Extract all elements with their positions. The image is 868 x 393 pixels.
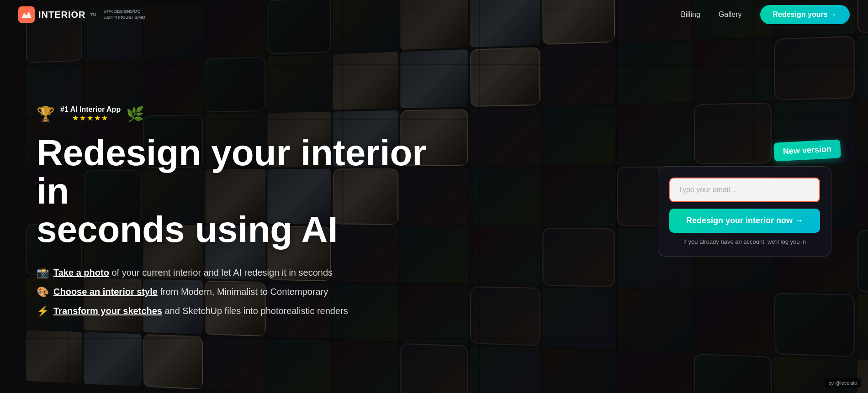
logo-trademark: TM	[90, 12, 96, 17]
feature-item-1: 📸 Take a photo of your current interior …	[37, 267, 448, 279]
hero-headline: Redesign your interior in seconds using …	[37, 134, 448, 249]
laurel-right: 🌿	[126, 105, 144, 123]
svg-rect-0	[18, 6, 35, 23]
navigation: INTERIOR TM 547K DESIGNS/MO 5.5M THROUGH…	[0, 0, 868, 29]
hero-right: New version Redesign your interior now →…	[658, 166, 831, 257]
award-title: #1 AI Interior App	[60, 105, 121, 114]
submit-button[interactable]: Redesign your interior now →	[669, 209, 820, 233]
logo-icon	[18, 6, 35, 23]
stars: ★★★★★	[60, 114, 121, 122]
email-form: Redesign your interior now → If you alre…	[658, 166, 831, 257]
feature-item-2: 🎨 Choose an interior style from Modern, …	[37, 286, 448, 298]
hero-features: 📸 Take a photo of your current interior …	[37, 267, 448, 317]
feature-text-2: from Modern, Minimalist to Contemporary	[158, 287, 328, 297]
hero-left: 🏆 #1 AI Interior App ★★★★★ 🌿 Redesign yo…	[37, 105, 448, 317]
logo-text: INTERIOR	[38, 10, 86, 20]
hero-section: 🏆 #1 AI Interior App ★★★★★ 🌿 Redesign yo…	[0, 0, 868, 393]
watermark: by @levelsio	[825, 378, 861, 388]
feature-text-3: and SketchUp files into photorealistic r…	[162, 306, 348, 316]
feature-item-3: ⚡ Transform your sketches and SketchUp f…	[37, 305, 448, 317]
nav-cta-button[interactable]: Redesign yours →	[760, 5, 850, 24]
award-badge: 🏆 #1 AI Interior App ★★★★★ 🌿	[37, 105, 448, 123]
feature-link-2[interactable]: Choose an interior style	[53, 287, 158, 297]
laurel-left: 🏆	[37, 105, 55, 123]
feature-link-3[interactable]: Transform your sketches	[53, 306, 162, 316]
billing-link[interactable]: Billing	[681, 10, 700, 19]
new-version-badge: New version	[773, 139, 841, 162]
feature-emoji-2: 🎨	[37, 286, 49, 298]
feature-emoji-3: ⚡	[37, 305, 49, 317]
gallery-link[interactable]: Gallery	[719, 10, 742, 19]
nav-right: Billing Gallery Redesign yours →	[681, 5, 850, 24]
award-text: #1 AI Interior App ★★★★★	[60, 105, 121, 122]
feature-link-1[interactable]: Take a photo	[53, 267, 109, 278]
headline-line1: Redesign your interior in	[37, 132, 426, 211]
form-note: If you already have an account, we'll lo…	[669, 238, 820, 245]
nav-stats: 547K DESIGNS/MO 5.5M THROUGHS/MO	[104, 9, 145, 20]
headline-line2: seconds using AI	[37, 209, 338, 250]
feature-emoji-1: 📸	[37, 267, 49, 279]
feature-text-1: of your current interior and let AI rede…	[109, 267, 333, 278]
email-input[interactable]	[669, 178, 820, 202]
logo-container: INTERIOR TM 547K DESIGNS/MO 5.5M THROUGH…	[18, 6, 145, 23]
